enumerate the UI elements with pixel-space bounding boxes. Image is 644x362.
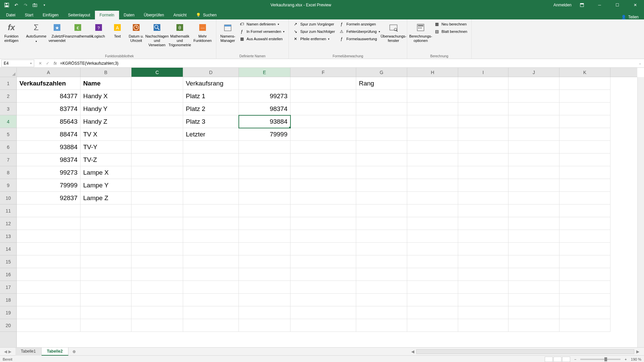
sheet-nav-prev-icon[interactable]: ◀	[4, 349, 7, 354]
cell-C1[interactable]	[131, 77, 183, 90]
cell-J7[interactable]	[508, 154, 559, 166]
zoom-in-button[interactable]: +	[625, 357, 627, 361]
undo-icon[interactable]: ↶	[12, 1, 20, 9]
cell-H1[interactable]	[407, 77, 458, 90]
cell-K10[interactable]	[559, 192, 610, 204]
cell-E6[interactable]	[239, 141, 290, 154]
cell-K17[interactable]	[559, 281, 610, 294]
cell-J4[interactable]	[508, 115, 559, 128]
cell-E8[interactable]	[239, 166, 290, 179]
row-header-8[interactable]: 8	[0, 166, 16, 179]
cell-J14[interactable]	[508, 243, 559, 255]
cell-K9[interactable]	[559, 179, 610, 192]
normal-view-button[interactable]	[545, 357, 553, 362]
cell-D16[interactable]	[183, 268, 239, 281]
sheet-tab-1[interactable]: Tabelle1	[15, 348, 42, 356]
cell-F13[interactable]	[290, 230, 356, 243]
define-name-button[interactable]: 🏷Namen definieren▾	[238, 21, 286, 27]
cell-D15[interactable]	[183, 255, 239, 268]
cell-F7[interactable]	[290, 154, 356, 166]
cell-C13[interactable]	[131, 230, 183, 243]
cell-C2[interactable]	[131, 90, 183, 103]
cell-J5[interactable]	[508, 128, 559, 141]
vertical-scrollbar[interactable]	[637, 77, 644, 347]
cell-G1[interactable]: Rang	[356, 77, 407, 90]
tab-ueberpruefen[interactable]: Überprüfen	[139, 11, 169, 19]
select-all-corner[interactable]	[0, 68, 17, 77]
cell-K19[interactable]	[559, 306, 610, 319]
cell-G12[interactable]	[356, 217, 407, 230]
cell-F17[interactable]	[290, 281, 356, 294]
cell-E5[interactable]: 79999	[239, 128, 290, 141]
trace-dependents-button[interactable]: ↘Spur zum Nachfolger	[291, 28, 336, 35]
cell-J8[interactable]	[508, 166, 559, 179]
column-header-K[interactable]: K	[559, 68, 610, 77]
cell-B4[interactable]: Handy Z	[80, 115, 131, 128]
row-header-12[interactable]: 12	[0, 217, 16, 230]
autosum-button[interactable]: ΣAutoSumme▾	[25, 21, 47, 45]
cell-K4[interactable]	[559, 115, 610, 128]
cell-E12[interactable]	[239, 217, 290, 230]
cell-K13[interactable]	[559, 230, 610, 243]
cell-H9[interactable]	[407, 179, 458, 192]
cell-K11[interactable]	[559, 204, 610, 217]
cell-H14[interactable]	[407, 243, 458, 255]
cell-H15[interactable]	[407, 255, 458, 268]
cell-C7[interactable]	[131, 154, 183, 166]
cancel-formula-icon[interactable]: ✕	[37, 61, 44, 66]
cell-J1[interactable]	[508, 77, 559, 90]
text-button[interactable]: AText	[109, 21, 126, 40]
row-header-20[interactable]: 20	[0, 319, 16, 332]
row-header-14[interactable]: 14	[0, 243, 16, 255]
cell-I13[interactable]	[458, 230, 508, 243]
cell-K15[interactable]	[559, 255, 610, 268]
cell-D20[interactable]	[183, 319, 239, 332]
cell-J15[interactable]	[508, 255, 559, 268]
cell-C16[interactable]	[131, 268, 183, 281]
cell-C9[interactable]	[131, 179, 183, 192]
cell-I3[interactable]	[458, 103, 508, 115]
cell-J10[interactable]	[508, 192, 559, 204]
cell-C18[interactable]	[131, 294, 183, 306]
zoom-out-button[interactable]: −	[574, 357, 576, 361]
cell-E3[interactable]: 98374	[239, 103, 290, 115]
cell-F5[interactable]	[290, 128, 356, 141]
row-header-1[interactable]: 1	[0, 77, 16, 90]
row-header-5[interactable]: 5	[0, 128, 16, 141]
cell-A7[interactable]: 98374	[17, 154, 80, 166]
trace-precedents-button[interactable]: ↗Spur zum Vorgänger	[291, 21, 336, 27]
row-header-2[interactable]: 2	[0, 90, 16, 103]
cell-E15[interactable]	[239, 255, 290, 268]
cell-G5[interactable]	[356, 128, 407, 141]
name-box[interactable]: E4▾	[1, 60, 34, 67]
cell-G16[interactable]	[356, 268, 407, 281]
horizontal-scrollbar[interactable]	[416, 349, 634, 354]
column-header-C[interactable]: C	[131, 68, 183, 77]
column-header-B[interactable]: B	[80, 68, 131, 77]
cell-B11[interactable]	[80, 204, 131, 217]
tab-einfuegen[interactable]: Einfügen	[38, 11, 63, 19]
cell-J2[interactable]	[508, 90, 559, 103]
cell-C3[interactable]	[131, 103, 183, 115]
row-header-18[interactable]: 18	[0, 294, 16, 306]
cell-G6[interactable]	[356, 141, 407, 154]
cell-B12[interactable]	[80, 217, 131, 230]
cell-D2[interactable]: Platz 1	[183, 90, 239, 103]
spreadsheet-grid[interactable]: ABCDEFGHIJK 1234567891011121314151617181…	[0, 68, 644, 347]
cell-D12[interactable]	[183, 217, 239, 230]
cell-F12[interactable]	[290, 217, 356, 230]
cell-I6[interactable]	[458, 141, 508, 154]
use-in-formula-button[interactable]: ƒIn Formel verwenden▾	[238, 28, 286, 35]
row-header-13[interactable]: 13	[0, 230, 16, 243]
cell-A13[interactable]	[17, 230, 80, 243]
watch-window-button[interactable]: Überwachungs-fenster	[383, 21, 404, 44]
cell-F20[interactable]	[290, 319, 356, 332]
cell-H3[interactable]	[407, 103, 458, 115]
cell-D1[interactable]: Verkaufsrang	[183, 77, 239, 90]
cell-C12[interactable]	[131, 217, 183, 230]
cell-D4[interactable]: Platz 3	[183, 115, 239, 128]
cell-F18[interactable]	[290, 294, 356, 306]
more-functions-button[interactable]: ⋯Mehr Funktionen	[192, 21, 213, 44]
cell-J9[interactable]	[508, 179, 559, 192]
cell-E11[interactable]	[239, 204, 290, 217]
